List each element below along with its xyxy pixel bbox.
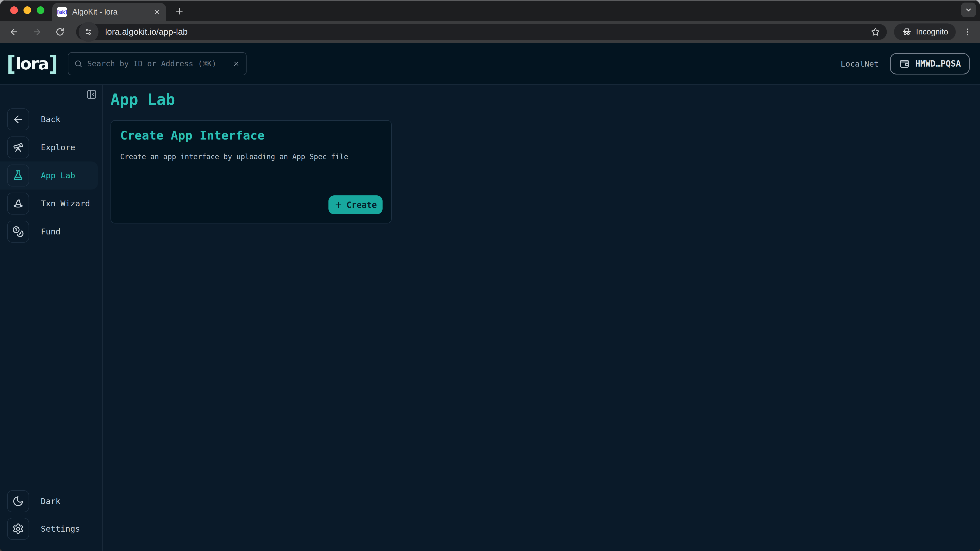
sidebar-item-label: Explore <box>41 143 75 152</box>
card-title: Create App Interface <box>120 128 382 142</box>
browser-tab[interactable]: [ak] AlgoKit - lora <box>52 3 166 21</box>
url-text[interactable]: lora.algokit.io/app-lab <box>105 27 870 37</box>
window-close-button[interactable] <box>10 6 18 14</box>
flask-icon <box>12 170 24 181</box>
sidebar-item-theme-dark[interactable]: Dark <box>0 490 102 512</box>
main-content: App Lab Create App Interface Create an a… <box>103 85 980 551</box>
page-title: App Lab <box>110 91 980 108</box>
search-input[interactable] <box>87 59 233 68</box>
tab-search-chevron-button[interactable] <box>961 3 976 17</box>
browser-navbar: lora.algokit.io/app-lab Incognito <box>0 21 980 43</box>
app-body: Back Explore App Lab <box>0 85 980 551</box>
sidebar-item-label: Settings <box>41 524 80 534</box>
sidebar-item-settings[interactable]: Settings <box>0 518 102 540</box>
sidebar-item-app-lab[interactable]: App Lab <box>0 165 102 186</box>
back-icon[interactable] <box>9 27 19 37</box>
window-minimize-button[interactable] <box>24 6 31 14</box>
logo-open-bracket: [ <box>6 53 15 74</box>
sidebar-item-label: Fund <box>41 227 60 237</box>
window-zoom-button[interactable] <box>37 6 45 14</box>
sidebar-item-label: App Lab <box>41 171 75 180</box>
card-description: Create an app interface by uploading an … <box>120 152 382 161</box>
coins-icon <box>12 226 24 238</box>
wallet-address: HMWD…PQSA <box>915 59 961 68</box>
wizard-hat-icon <box>12 198 24 210</box>
logo-close-bracket: ] <box>49 53 57 74</box>
sidebar-item-explore[interactable]: Explore <box>0 137 102 159</box>
sidebar-item-txn-wizard[interactable]: Txn Wizard <box>0 192 102 214</box>
sidebar-nav: Back Explore App Lab <box>0 85 102 243</box>
incognito-label: Incognito <box>916 27 948 37</box>
tab-strip: [ak] AlgoKit - lora <box>0 0 980 21</box>
wallet-icon <box>899 58 910 69</box>
sidebar-item-fund[interactable]: Fund <box>0 221 102 243</box>
url-bar[interactable]: lora.algokit.io/app-lab <box>76 24 887 40</box>
browser-window: [ak] AlgoKit - lora lora.algok <box>0 0 980 551</box>
create-button[interactable]: Create <box>328 195 383 214</box>
plus-icon <box>334 200 343 209</box>
wallet-button[interactable]: HMWD…PQSA <box>890 53 970 75</box>
incognito-badge: Incognito <box>894 24 956 40</box>
tab-close-icon[interactable] <box>153 8 161 16</box>
moon-icon <box>12 495 24 507</box>
arrow-left-icon <box>12 114 24 125</box>
reload-icon[interactable] <box>55 27 65 37</box>
sidebar-item-label: Dark <box>41 496 60 506</box>
browser-menu-icon[interactable] <box>963 25 972 39</box>
bookmark-star-icon[interactable] <box>870 27 880 37</box>
tab-title: AlgoKit - lora <box>72 7 153 17</box>
sidebar-item-label: Back <box>41 114 60 124</box>
forward-icon[interactable] <box>32 27 42 37</box>
app-logo[interactable]: [ lora ] <box>6 54 57 74</box>
new-tab-button[interactable] <box>172 3 187 19</box>
create-button-label: Create <box>346 200 377 210</box>
sidebar-collapse-icon[interactable] <box>86 89 97 100</box>
search-icon <box>74 59 83 68</box>
sidebar-item-back[interactable]: Back <box>0 108 102 130</box>
incognito-icon <box>902 27 912 37</box>
create-app-interface-card: Create App Interface Create an app inter… <box>110 120 392 224</box>
clear-search-icon[interactable] <box>233 60 240 67</box>
logo-name: lora <box>15 56 49 72</box>
app-header: [ lora ] LocalNet HMWD…PQSA <box>0 43 980 85</box>
telescope-icon <box>12 141 24 153</box>
traffic-lights <box>10 6 45 14</box>
sidebar-item-label: Txn Wizard <box>41 199 90 208</box>
gear-icon <box>12 523 24 535</box>
site-settings-icon[interactable] <box>79 22 99 42</box>
tab-favicon: [ak] <box>57 7 67 17</box>
lora-app: [ lora ] LocalNet HMWD…PQSA <box>0 43 980 551</box>
network-label[interactable]: LocalNet <box>841 59 879 68</box>
sidebar: Back Explore App Lab <box>0 85 103 551</box>
tab-favicon-text: [ak] <box>57 9 67 15</box>
search-box[interactable] <box>68 52 247 75</box>
sidebar-footer: Dark Settings <box>0 490 102 540</box>
